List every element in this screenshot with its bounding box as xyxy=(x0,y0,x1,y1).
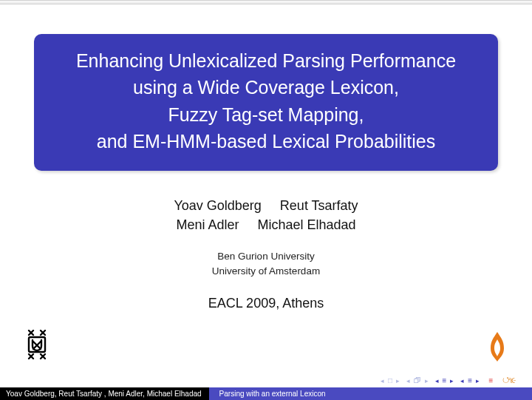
footer-title: Parsing with an external Lexicon xyxy=(209,387,532,400)
slide-page: Enhancing Unlexicalized Parsing Performa… xyxy=(0,0,532,400)
nav-first-icon[interactable]: ◂ xyxy=(381,377,385,384)
affiliation-block: Ben Gurion University University of Amst… xyxy=(33,251,499,277)
footer-bar: Yoav Goldberg, Reut Tsarfaty , Meni Adle… xyxy=(0,387,532,400)
affiliation: University of Amsterdam xyxy=(33,265,499,277)
affiliation: Ben Gurion University xyxy=(33,251,499,262)
nav-section-icon[interactable]: 🗇 xyxy=(414,376,422,384)
author-block: Yoav Goldberg Reut Tsarfaty Meni Adler M… xyxy=(33,196,499,234)
nav-next-section-icon[interactable]: ▸ xyxy=(425,377,429,384)
uva-logo-icon xyxy=(24,328,50,365)
nav-prev-frame-icon[interactable]: □ xyxy=(388,376,393,384)
beamer-nav-icons: ◂□▸ ◂🗇▸ ◂≡▸ ◂≡▸ ≡ ↺૧૯ xyxy=(379,376,517,385)
nav-bars2-prev-icon[interactable]: ◂ xyxy=(460,377,465,384)
nav-undo-icon[interactable]: ↺૧૯ xyxy=(502,376,516,384)
title-line: Fuzzy Tag-set Mapping, xyxy=(49,101,483,128)
title-line: using a Wide Coverage Lexicon, xyxy=(49,74,483,101)
title-line: Enhancing Unlexicalized Parsing Performa… xyxy=(49,47,483,74)
nav-mark-icon[interactable]: ≡ xyxy=(489,376,494,384)
author-name: Meni Adler xyxy=(176,215,239,234)
slide-content: Enhancing Unlexicalized Parsing Performa… xyxy=(0,4,532,311)
nav-bars2-next-icon[interactable]: ▸ xyxy=(476,377,480,384)
title-block: Enhancing Unlexicalized Parsing Performa… xyxy=(34,34,498,171)
author-name: Michael Elhadad xyxy=(257,215,355,234)
nav-bars-prev-icon[interactable]: ◂ xyxy=(435,377,440,384)
nav-next-frame-icon[interactable]: ▸ xyxy=(396,377,400,384)
bgu-logo-icon xyxy=(486,330,508,366)
nav-bars-icon[interactable]: ≡ xyxy=(443,376,448,384)
title-line: and EM-HMM-based Lexical Probabilities xyxy=(49,128,483,155)
nav-bars2-icon[interactable]: ≡ xyxy=(468,376,473,384)
venue: EACL 2009, Athens xyxy=(33,296,499,311)
author-name: Yoav Goldberg xyxy=(174,196,261,215)
author-name: Reut Tsarfaty xyxy=(280,196,358,215)
footer-authors: Yoav Goldberg, Reut Tsarfaty , Meni Adle… xyxy=(0,387,209,400)
nav-prev-section-icon[interactable]: ◂ xyxy=(406,377,411,384)
nav-bars-next-icon[interactable]: ▸ xyxy=(450,377,454,384)
